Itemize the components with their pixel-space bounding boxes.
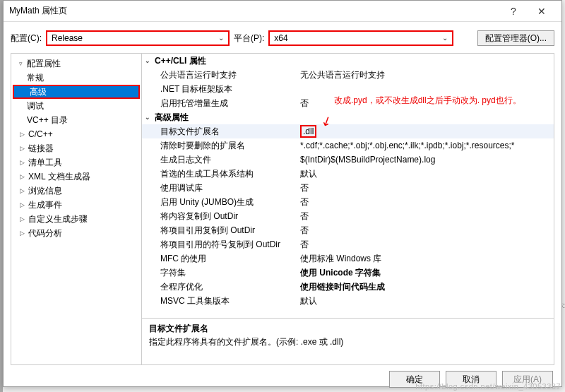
property-value[interactable]: 否 [300, 239, 554, 251]
tree-item[interactable]: ▷代码分析 [11, 226, 141, 240]
property-row[interactable]: 清除时要删除的扩展名*.cdf;*.cache;*.obj;*.obj.enc;… [142, 138, 554, 153]
tree-item[interactable]: ▷清单工具 [11, 155, 141, 170]
property-name: 全程序优化 [142, 281, 300, 293]
property-name: 公共语言运行时支持 [142, 69, 300, 81]
tree-item-label: 自定义生成步骤 [28, 213, 88, 225]
description-text: 指定此程序将具有的文件扩展名。(示例: .exe 或 .dll) [149, 336, 547, 348]
collapse-icon: ⌄ [145, 114, 155, 121]
group-header-advanced[interactable]: ⌄高级属性 [142, 110, 554, 124]
property-name: MFC 的使用 [142, 253, 300, 265]
tree-item[interactable]: ▷浏览信息 [11, 184, 141, 198]
config-value: Release [52, 33, 83, 43]
property-name: 启用托管增量生成 [142, 97, 300, 109]
group-header-cli[interactable]: ⌄C++/CLI 属性 [142, 54, 554, 68]
tree-arrow-icon: ▷ [16, 230, 28, 237]
tree-item[interactable]: ▷自定义生成步骤 [11, 212, 141, 226]
config-label: 配置(C): [11, 32, 42, 44]
property-name: MSVC 工具集版本 [142, 295, 300, 307]
property-name: .NET 目标框架版本 [142, 83, 300, 95]
tree-item[interactable]: ▷XML 文档生成器 [11, 170, 141, 184]
property-row[interactable]: 生成日志文件$(IntDir)$(MSBuildProjectName).log [142, 153, 554, 167]
tree-arrow-icon: ▷ [16, 145, 28, 152]
property-value[interactable]: 否 [300, 196, 554, 208]
property-name: 目标文件扩展名 [142, 126, 300, 138]
property-value[interactable]: $(IntDir)$(MSBuildProjectName).log [300, 155, 554, 165]
tree-item[interactable]: ▷链接器 [11, 141, 141, 155]
property-name: 清除时要删除的扩展名 [142, 140, 300, 152]
tree-arrow-icon: ▷ [16, 201, 28, 208]
property-name: 使用调试库 [142, 182, 300, 194]
chevron-down-icon: ⌄ [442, 34, 448, 42]
property-value[interactable]: 否 [300, 210, 554, 222]
property-value[interactable]: 默认 [300, 168, 554, 180]
help-button[interactable]: ? [499, 1, 528, 22]
config-row: 配置(C): Release ⌄ 平台(P): x64 ⌄ 配置管理器(O)..… [11, 28, 554, 49]
tree-item-label: VC++ 目录 [27, 114, 68, 126]
dll-highlight: .dll [300, 125, 316, 138]
property-value[interactable]: *.cdf;*.cache;*.obj;*.obj.enc;*.ilk;*.ip… [300, 141, 554, 150]
tree-arrow-icon: ▷ [16, 131, 28, 138]
tree-item-label: 配置属性 [27, 58, 61, 70]
property-name: 字符集 [142, 267, 300, 279]
watermark: https://blog.csdn.net/weixin_43053387 [415, 382, 561, 391]
main-panel: ⌄C++/CLI 属性 公共语言运行时支持无公共语言运行时支持.NET 目标框架… [142, 54, 554, 364]
tree-item[interactable]: ▷生成事件 [11, 198, 141, 212]
tree-item[interactable]: 常规 [11, 71, 141, 85]
nav-tree[interactable]: ▿配置属性常规高级调试VC++ 目录▷C/C++▷链接器▷清单工具▷XML 文档… [11, 54, 142, 364]
tree-item[interactable]: VC++ 目录 [11, 113, 141, 127]
tree-item-label: 常规 [27, 72, 44, 84]
tree-item[interactable]: ▷C/C++ [11, 127, 141, 141]
platform-label: 平台(P): [234, 32, 264, 44]
tree-item-label: 代码分析 [28, 227, 62, 239]
property-value[interactable]: 否 [300, 182, 554, 194]
property-row[interactable]: 全程序优化使用链接时间代码生成 [142, 280, 554, 294]
property-name: 首选的生成工具体系结构 [142, 168, 300, 180]
property-row[interactable]: 将项目引用的符号复制到 OutDir否 [142, 237, 554, 251]
config-combo[interactable]: Release ⌄ [46, 30, 230, 46]
property-row[interactable]: 公共语言运行时支持无公共语言运行时支持 [142, 68, 554, 82]
property-row[interactable]: MFC 的使用使用标准 Windows 库 [142, 251, 554, 266]
property-value[interactable]: 使用链接时间代码生成 [300, 281, 554, 293]
property-value[interactable]: 使用标准 Windows 库 [300, 253, 554, 265]
tree-item[interactable]: 高级 [13, 85, 140, 99]
tree-item[interactable]: 调试 [11, 99, 141, 113]
tree-item-label: 生成事件 [28, 199, 62, 211]
property-row[interactable]: 字符集使用 Unicode 字符集 [142, 266, 554, 280]
description-title: 目标文件扩展名 [149, 323, 547, 335]
tree-item-label: 链接器 [28, 143, 54, 155]
property-row[interactable]: 首选的生成工具体系结构默认 [142, 167, 554, 181]
property-grid[interactable]: ⌄C++/CLI 属性 公共语言运行时支持无公共语言运行时支持.NET 目标框架… [142, 54, 554, 318]
property-row[interactable]: 目标文件扩展名.dll [142, 124, 554, 138]
property-row[interactable]: 使用调试库否 [142, 181, 554, 195]
property-row[interactable]: 将项目引用复制到 OutDir否 [142, 223, 554, 237]
tree-item-label: 调试 [27, 100, 44, 112]
tree-item[interactable]: ▿配置属性 [11, 57, 141, 71]
property-name: 启用 Unity (JUMBO)生成 [142, 196, 300, 208]
property-name: 生成日志文件 [142, 154, 300, 166]
property-row[interactable]: MSVC 工具集版本默认 [142, 294, 554, 308]
dialog-title: MyMath 属性页 [9, 5, 499, 17]
property-value[interactable]: .dll [300, 125, 554, 138]
property-value[interactable]: 否 [300, 97, 554, 109]
property-value[interactable]: 否 [300, 225, 554, 237]
property-value[interactable]: 默认 [300, 295, 554, 307]
tree-arrow-icon: ▷ [16, 173, 28, 180]
config-manager-button[interactable]: 配置管理器(O)... [477, 30, 554, 46]
property-row[interactable]: 启用托管增量生成否 [142, 96, 554, 110]
platform-combo[interactable]: x64 ⌄ [268, 30, 453, 46]
property-row[interactable]: 启用 Unity (JUMBO)生成否 [142, 195, 554, 209]
group-label: C++/CLI 属性 [155, 55, 206, 67]
property-value[interactable]: 无公共语言运行时支持 [300, 69, 554, 81]
dialog-body: ▿配置属性常规高级调试VC++ 目录▷C/C++▷链接器▷清单工具▷XML 文档… [11, 53, 554, 365]
close-button[interactable]: ✕ [528, 1, 556, 22]
property-row[interactable]: 将内容复制到 OutDir否 [142, 209, 554, 223]
tree-item-label: 清单工具 [28, 157, 62, 169]
tree-arrow-icon: ▷ [16, 159, 28, 166]
group-label: 高级属性 [155, 112, 189, 124]
tree-arrow-icon: ▿ [14, 60, 27, 67]
chevron-down-icon: ⌄ [218, 34, 224, 42]
property-name: 将内容复制到 OutDir [142, 210, 300, 222]
property-pages-dialog: MyMath 属性页 ? ✕ 配置(C): Release ⌄ 平台(P): x… [3, 0, 562, 387]
property-value[interactable]: 使用 Unicode 字符集 [300, 267, 554, 279]
property-row[interactable]: .NET 目标框架版本 [142, 82, 554, 96]
